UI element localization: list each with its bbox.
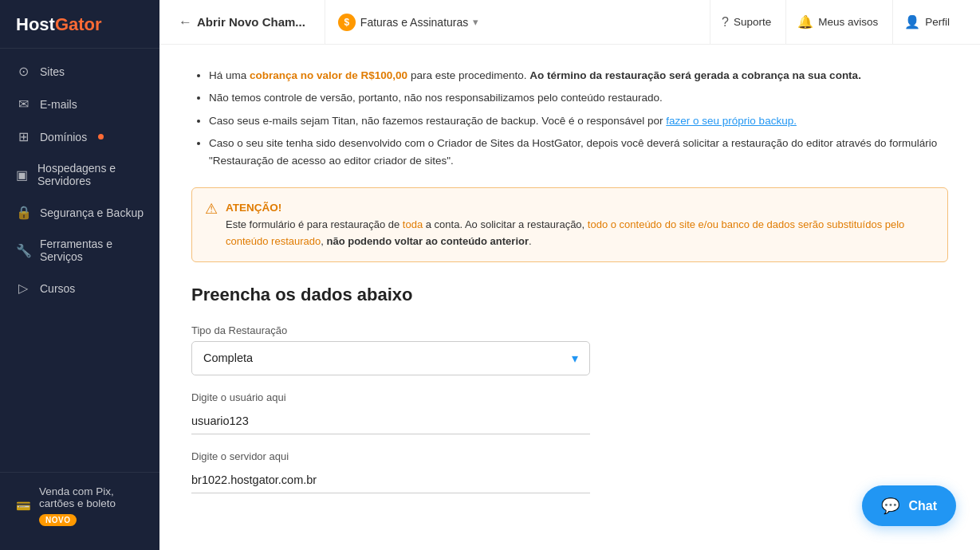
tipo-restauracao-field: Tipo da Restauração Completa ▾ [191,324,948,375]
sidebar-item-label: E-mails [40,98,77,111]
atencao-title: ATENÇÃO! [226,202,281,214]
topbar: ← Abrir Novo Cham... $ Faturas e Assinat… [159,0,980,45]
sidebar-item-pix[interactable]: 💳 Venda com Pix, cartões e boleto NOVO [16,485,144,526]
tipo-restauracao-label: Tipo da Restauração [191,324,948,336]
info-list: Há uma cobrança no valor de R$100,00 par… [191,67,948,170]
list-item: Caso seus e-mails sejam Titan, não fazem… [209,112,948,130]
sidebar-item-cursos[interactable]: ▷ Cursos [0,272,159,304]
perfil-button[interactable]: 👤 Perfil [892,0,961,45]
user-icon: 👤 [904,14,920,29]
sidebar-item-label: Segurança e Backup [40,206,144,219]
sidebar-item-label: Hospedagens e Servidores [37,162,144,187]
tipo-restauracao-value: Completa [203,352,253,364]
list-item: Há uma cobrança no valor de R$100,00 par… [209,67,948,84]
hospedagens-icon: ▣ [16,167,28,183]
novo-badge: NOVO [39,514,77,526]
suporte-label: Suporte [734,16,771,28]
sidebar-item-seguranca[interactable]: 🔒 Segurança e Backup [0,196,159,229]
pix-icon: 💳 [16,499,31,513]
faturas-label: Faturas e Assinaturas [360,16,468,29]
chat-label: Chat [908,499,937,513]
chat-icon: 💬 [881,497,900,515]
select-chevron-icon: ▾ [572,351,578,366]
sidebar-item-hospedagens[interactable]: ▣ Hospedagens e Servidores [0,153,159,196]
sidebar-item-label: Domínios [40,131,87,143]
sidebar-item-label: Cursos [40,282,75,295]
faturas-section[interactable]: $ Faturas e Assinaturas ▾ [325,0,491,44]
avisos-label: Meus avisos [818,16,878,28]
sidebar-item-label: Ferramentas e Serviços [40,238,144,263]
seguranca-icon: 🔒 [16,205,30,220]
usuario-field: Digite o usuário aqui [191,391,948,434]
atencao-content: ATENÇÃO! Este formulário é para restaura… [226,199,935,249]
sidebar-item-dominios[interactable]: ⊞ Domínios [0,120,159,153]
servidor-input[interactable] [191,467,590,493]
backup-link[interactable]: fazer o seu próprio backup. [666,115,797,127]
main-content: ← Abrir Novo Cham... $ Faturas e Assinat… [159,0,980,550]
cursos-icon: ▷ [16,281,30,296]
servidor-label: Digite o servidor aqui [191,450,948,462]
sidebar-nav: ⊙ Sites ✉ E-mails ⊞ Domínios ▣ Hospedage… [0,49,159,472]
avisos-button[interactable]: 🔔 Meus avisos [785,0,889,45]
pix-label: Venda com Pix, cartões e boleto [39,485,116,509]
termino-highlight: Ao término da restauração será gerada a … [529,69,861,81]
cobranca-highlight: cobrança no valor de R$100,00 [250,69,407,81]
bell-icon: 🔔 [797,14,813,29]
suporte-button[interactable]: ? Suporte [710,0,782,45]
dominios-dot [98,134,104,139]
sidebar: HostGator ⊙ Sites ✉ E-mails ⊞ Domínios ▣… [0,0,159,550]
logo: HostGator [0,0,159,49]
dominios-icon: ⊞ [16,129,30,144]
sites-icon: ⊙ [16,64,30,79]
warning-icon: ⚠ [205,200,218,218]
back-arrow-icon: ← [179,14,192,30]
suporte-icon: ? [722,15,729,29]
faturas-chevron-icon: ▾ [473,16,478,28]
voltar-highlight: não podendo voltar ao conteúdo anterior [327,235,529,247]
sidebar-item-sites[interactable]: ⊙ Sites [0,55,159,88]
sidebar-bottom: 💳 Venda com Pix, cartões e boleto NOVO [0,472,159,550]
list-item: Não temos controle de versão, portanto, … [209,89,948,107]
chat-button[interactable]: 💬 Chat [862,485,956,526]
sidebar-item-emails[interactable]: ✉ E-mails [0,88,159,120]
emails-icon: ✉ [16,96,30,112]
tipo-restauracao-select[interactable]: Completa ▾ [191,341,590,375]
back-button[interactable]: ← Abrir Novo Cham... [179,14,305,30]
usuario-input[interactable] [191,408,590,434]
sidebar-item-ferramentas[interactable]: 🔧 Ferramentas e Serviços [0,229,159,272]
list-item: Caso o seu site tenha sido desenvolvido … [209,135,948,171]
servidor-field: Digite o servidor aqui [191,450,948,493]
faturas-icon: $ [338,14,356,31]
toda-highlight: toda [403,218,423,230]
perfil-label: Perfil [925,16,950,28]
page-content: Há uma cobrança no valor de R$100,00 par… [159,45,980,550]
usuario-label: Digite o usuário aqui [191,391,948,403]
topbar-actions: ? Suporte 🔔 Meus avisos 👤 Perfil [710,0,961,45]
back-label: Abrir Novo Cham... [197,15,305,29]
atencao-text: Este formulário é para restauração de to… [226,218,904,247]
ferramentas-icon: 🔧 [16,243,30,258]
form-section-title: Preencha os dados abaixo [191,285,948,305]
atencao-box: ⚠ ATENÇÃO! Este formulário é para restau… [191,187,948,261]
sidebar-item-label: Sites [40,65,65,78]
